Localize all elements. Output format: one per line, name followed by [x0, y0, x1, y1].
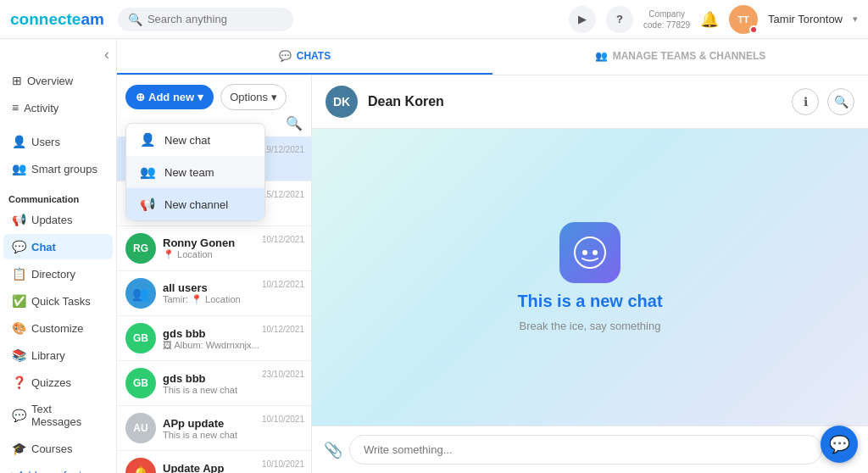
dropdown-item-new-team[interactable]: 👥 New team [126, 156, 264, 188]
tab-manage-teams[interactable]: 👥 MANAGE TEAMS & CHANNELS [492, 39, 868, 75]
new-chat-icon: 👤 [140, 132, 156, 147]
topbar-right: ▶ ? Company code: 77829 🔔 TT Tamir Toron… [569, 5, 858, 34]
new-channel-icon: 📢 [140, 197, 156, 212]
sidebar-item-directory[interactable]: 📋 Directory [3, 261, 113, 287]
logo[interactable]: connecteam [10, 10, 104, 29]
chat-split: ⊕ Add new ▾ Options ▾ 🔍 DK [117, 75, 868, 473]
chat-time: 10/12/2021 [262, 280, 304, 289]
chat-search-button[interactable]: 🔍 [827, 88, 854, 115]
plus-icon: ⊕ [136, 91, 145, 103]
chat-entry[interactable]: AU APp update This is a new chat 10/10/2… [117, 406, 311, 451]
avatar: 🔔 [125, 458, 156, 473]
chat-time: 10/10/2021 [262, 415, 304, 424]
sidebar-item-library[interactable]: 📚 Library [3, 342, 113, 368]
sidebar-item-quizzes[interactable]: ❓ Quizzes [3, 370, 113, 395]
chat-entry[interactable]: 👥 all users Tamir: 📍 Location 10/12/2021 [117, 271, 311, 316]
content-area: 💬 CHATS 👥 MANAGE TEAMS & CHANNELS ⊕ Add … [117, 39, 868, 473]
search-input[interactable] [147, 13, 283, 25]
courses-icon: 🎓 [12, 442, 26, 455]
chat-entry[interactable]: GB gds bbb This is a new chat 23/10/2021 [117, 361, 311, 406]
topbar: connecteam 🔍 ▶ ? Company code: 77829 🔔 T… [0, 0, 868, 39]
chat-time: 10/12/2021 [262, 235, 304, 244]
bell-icon[interactable]: 🔔 [700, 10, 719, 29]
search-bar: 🔍 [118, 8, 293, 31]
library-icon: 📚 [12, 348, 26, 362]
sidebar-item-users[interactable]: 👤 Users [3, 129, 113, 154]
manage-teams-tab-label: MANAGE TEAMS & CHANNELS [613, 50, 766, 62]
sidebar-item-quick-tasks[interactable]: ✅ Quick Tasks [3, 288, 113, 314]
sidebar-item-label: Overview [27, 75, 73, 87]
chat-header-avatar: DK [326, 86, 358, 118]
chat-empty-title: This is a new chat [517, 292, 662, 311]
play-button[interactable]: ▶ [569, 6, 596, 33]
sidebar-item-label: Activity [24, 102, 58, 114]
options-button[interactable]: Options ▾ [220, 84, 287, 110]
chat-info-button[interactable]: ℹ [792, 88, 819, 115]
dropdown-item-new-channel[interactable]: 📢 New channel [126, 188, 264, 220]
chat-preview: 🖼 Album: Wwdrnxnjx... [163, 340, 303, 350]
sidebar-item-label: Text Messages [31, 403, 104, 428]
chat-entry[interactable]: 🔔 Update App This is a new chat 10/10/20… [117, 451, 311, 473]
chat-input[interactable] [349, 435, 822, 465]
sidebar: ‹ ⊞ Overview ≡ Activity 👤 Users 👥 Smart … [0, 39, 117, 473]
chat-entry[interactable]: GB gds bbb 🖼 Album: Wwdrnxnjx... 10/12/2… [117, 316, 311, 361]
dropdown-item-new-chat[interactable]: 👤 New chat [126, 124, 264, 156]
sidebar-item-updates[interactable]: 📢 Updates [3, 207, 113, 232]
tab-chats[interactable]: 💬 CHATS [117, 39, 492, 75]
avatar[interactable]: TT [729, 5, 758, 34]
add-new-dropdown: 👤 New chat 👥 New team 📢 New channel [125, 123, 265, 221]
chat-time: 15/12/2021 [262, 190, 304, 199]
chat-empty-icon [559, 222, 620, 283]
chat-search-icon[interactable]: 🔍 [286, 115, 303, 131]
add-new-feature[interactable]: + Add new feature [0, 462, 116, 473]
chat-time: 10/10/2021 [262, 459, 304, 469]
user-name: Tamir Torontow [768, 13, 843, 25]
sidebar-item-label: Quick Tasks [31, 295, 91, 308]
attachment-icon[interactable]: 📎 [324, 441, 342, 459]
chat-entry[interactable]: RG Ronny Gonen 📍 Location 10/12/2021 [117, 226, 311, 271]
sidebar-item-label: Users [31, 136, 60, 148]
company-label: Company [643, 8, 690, 19]
chats-tab-icon: 💬 [279, 50, 292, 62]
avatar: GB [125, 323, 156, 353]
chat-time: 10/12/2021 [262, 325, 304, 334]
sidebar-item-label: Library [31, 349, 65, 362]
manage-teams-tab-icon: 👥 [595, 50, 608, 62]
communication-section-label: Communication [0, 189, 116, 206]
options-chevron-icon: ▾ [271, 91, 277, 103]
avatar: AU [125, 413, 156, 443]
sidebar-item-label: Directory [31, 268, 75, 281]
chat-time: 19/12/2021 [262, 145, 304, 154]
svg-point-2 [593, 250, 598, 255]
chat-input-area: 📎 🎤 [312, 426, 868, 473]
chat-icon: 💬 [12, 240, 26, 253]
chat-preview: 📍 Location [163, 249, 303, 260]
text-messages-icon: 💬 [12, 409, 26, 422]
sidebar-item-label: Courses [31, 442, 72, 455]
chat-fab-button[interactable]: 💬 [821, 426, 858, 463]
updates-icon: 📢 [12, 213, 26, 226]
help-button[interactable]: ? [606, 6, 633, 33]
chat-list-header: ⊕ Add new ▾ Options ▾ [117, 75, 311, 115]
sidebar-item-smart-groups[interactable]: 👥 Smart groups [3, 156, 113, 181]
tabs-bar: 💬 CHATS 👥 MANAGE TEAMS & CHANNELS [117, 39, 868, 75]
avatar-badge [749, 25, 758, 34]
user-chevron-icon[interactable]: ▾ [853, 14, 858, 25]
sidebar-item-activity[interactable]: ≡ Activity [3, 95, 113, 120]
add-new-button[interactable]: ⊕ Add new ▾ [125, 85, 214, 109]
avatar: RG [125, 233, 156, 264]
sidebar-item-courses[interactable]: 🎓 Courses [3, 436, 113, 461]
sidebar-item-customize[interactable]: 🎨 Customize [3, 315, 113, 341]
sidebar-item-chat[interactable]: 💬 Chat [3, 234, 113, 259]
chat-header-icons: ℹ 🔍 [792, 88, 854, 115]
sidebar-item-text-messages[interactable]: 💬 Text Messages [3, 397, 113, 434]
chat-messages-area: This is a new chat Break the ice, say so… [312, 129, 868, 426]
directory-icon: 📋 [12, 267, 26, 281]
sidebar-toggle[interactable]: ‹ [0, 39, 116, 67]
sidebar-item-label: Smart groups [31, 163, 97, 175]
add-feature-label: + Add new feature [8, 469, 97, 473]
chat-time: 23/10/2021 [262, 370, 304, 379]
avatar: 👥 [125, 278, 156, 309]
sidebar-item-overview[interactable]: ⊞ Overview [3, 68, 113, 93]
activity-icon: ≡ [12, 101, 19, 114]
